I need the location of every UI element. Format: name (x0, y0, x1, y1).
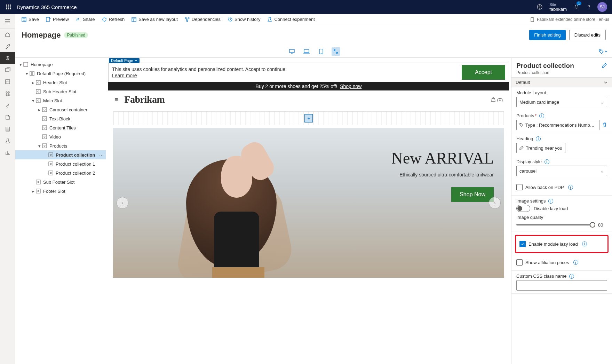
nav-rocket-icon[interactable] (0, 40, 15, 52)
help-icon[interactable] (583, 0, 595, 14)
cookie-banner: This site uses cookies for analytics and… (108, 63, 509, 82)
outline-product-collection-2[interactable]: Product collection 2 (15, 168, 106, 177)
app-launcher[interactable] (3, 5, 15, 9)
carousel-next-button[interactable]: › (489, 197, 501, 209)
nav-experiments-icon[interactable] (0, 135, 15, 147)
nav-media-icon[interactable] (0, 100, 15, 111)
module-layout-label: Module Layout (516, 90, 607, 95)
nav-templates-icon[interactable] (0, 76, 15, 88)
globe-icon[interactable] (533, 0, 546, 14)
custom-css-input[interactable] (516, 280, 607, 291)
outline-root[interactable]: ▾Homepage (15, 60, 106, 69)
cmd-history[interactable]: Show history (224, 14, 264, 25)
user-avatar[interactable]: SJ (597, 2, 607, 12)
finish-editing-button[interactable]: Finish editing (529, 30, 566, 40)
nav-layouts-icon[interactable] (0, 88, 15, 100)
discard-edits-button[interactable]: Discard edits (569, 30, 606, 40)
svg-point-47 (44, 145, 45, 147)
bag-count: (0) (497, 97, 503, 102)
cmd-share[interactable]: Share (72, 14, 98, 25)
add-module-button[interactable]: ＋ (304, 114, 313, 122)
svg-rect-4 (8, 7, 9, 8)
outline-product-collection-1[interactable]: Product collection 1 (15, 159, 106, 168)
add-module-slot[interactable]: ＋ (113, 111, 504, 125)
display-style-select[interactable]: carousel ⌄ (516, 166, 607, 176)
left-nav (0, 14, 15, 364)
custom-css-label: Custom CSS class name i (516, 274, 607, 279)
enable-module-lazy-load-checkbox[interactable]: ✓ Enable module lazy load i (519, 239, 604, 249)
properties-panel: Product collection Product collection De… (511, 58, 612, 364)
svg-rect-8 (10, 8, 11, 9)
chevron-down-icon (604, 50, 608, 53)
outline-header-slot[interactable]: ▸Header Slot (15, 78, 106, 87)
properties-edit-icon[interactable] (602, 63, 607, 69)
products-selector[interactable]: Type : Recommendations Number of... (516, 120, 599, 130)
outline-product-collection[interactable]: Product collection⋯ (15, 150, 106, 159)
svg-point-35 (38, 91, 39, 92)
products-delete-icon[interactable] (602, 122, 607, 128)
show-affiliation-prices-checkbox[interactable]: Show affiliation prices i (516, 257, 607, 268)
svg-point-53 (50, 172, 51, 174)
carousel-prev-button[interactable]: ‹ (117, 197, 128, 209)
cmd-save-as-layout[interactable]: Save as new layout (128, 14, 181, 25)
nav-hamburger[interactable] (0, 14, 15, 29)
info-icon: i (536, 136, 541, 141)
outline-default-page[interactable]: ▾Default Page (Required) (15, 69, 106, 78)
canvas-mode-toggle[interactable] (599, 49, 608, 54)
site-picker[interactable]: Site fabrikam (549, 2, 567, 11)
device-desktop-icon[interactable] (288, 47, 296, 56)
hero-shop-now-button[interactable]: Shop Now (451, 187, 494, 202)
hero-carousel: New ARRIVAL Ethically sourced ultra-comf… (113, 128, 504, 278)
shopping-bag[interactable]: (0) (491, 97, 503, 102)
outline-main-slot[interactable]: ▾Main Slot (15, 96, 106, 105)
page-title-row: Homepage Published Finish editing Discar… (15, 25, 612, 45)
nav-analytics-icon[interactable] (0, 147, 15, 159)
svg-point-15 (6, 94, 7, 96)
outline-row-more-icon[interactable]: ⋯ (99, 152, 104, 158)
nav-pages-icon[interactable] (0, 52, 15, 64)
cookie-learn-more-link[interactable]: Learn more (112, 73, 137, 78)
outline-footer-slot[interactable]: ▸Footer Slot (15, 187, 106, 196)
cmd-refresh-label: Refresh (109, 17, 125, 22)
cmd-experiment[interactable]: Connect experiment (264, 14, 318, 25)
device-fullscreen-icon[interactable] (332, 47, 340, 56)
disable-lazy-load-toggle[interactable] (516, 205, 530, 212)
device-laptop-icon[interactable] (302, 47, 311, 56)
site-picker-value: fabrikam (549, 7, 567, 11)
nav-urls-icon[interactable] (0, 111, 15, 123)
cookie-accept-button[interactable]: Accept (462, 65, 505, 80)
outline-text-block[interactable]: Text-Block (15, 114, 106, 123)
info-icon: i (573, 260, 578, 265)
module-layout-select[interactable]: Medium card image ⌄ (516, 97, 607, 107)
heading-edit-button[interactable]: Trending near you (516, 143, 565, 153)
hero-title: New ARRIVAL (391, 149, 494, 167)
svg-point-22 (186, 20, 188, 22)
svg-rect-7 (8, 8, 9, 9)
cmd-refresh[interactable]: Refresh (98, 14, 128, 25)
context-store[interactable]: Fabrikam extended online store · en-us (530, 17, 609, 22)
svg-point-16 (8, 94, 9, 96)
canvas-page-tag[interactable]: Default Page (109, 58, 140, 63)
nav-library-icon[interactable] (0, 123, 15, 135)
outline-carousel[interactable]: ▸Carousel container (15, 105, 106, 114)
cmd-dependencies[interactable]: Dependencies (181, 14, 224, 25)
nav-home-icon[interactable] (0, 29, 15, 40)
device-tablet-icon[interactable] (317, 47, 325, 56)
outline-products[interactable]: ▾Products (15, 141, 106, 150)
svg-point-10 (7, 57, 8, 59)
command-bar: Save Preview Share Refresh Save as new l… (15, 14, 612, 25)
image-quality-slider[interactable]: 80 (516, 221, 607, 228)
storefront-menu-icon[interactable]: ≡ (114, 96, 118, 103)
promo-shop-now-link[interactable]: Shop now (340, 84, 361, 89)
accordion-default[interactable]: Default (511, 77, 612, 87)
cmd-preview[interactable]: Preview (42, 14, 72, 25)
allow-back-on-pdp-checkbox[interactable]: Allow back on PDP i (516, 182, 607, 192)
cmd-save[interactable]: Save (18, 14, 42, 25)
svg-point-51 (50, 163, 51, 165)
outline-sub-header-slot[interactable]: Sub Header Slot (15, 87, 106, 96)
outline-sub-footer-slot[interactable]: Sub Footer Slot (15, 177, 106, 187)
notifications-icon[interactable]: 1 (570, 0, 583, 14)
nav-fragments-icon[interactable] (0, 64, 15, 76)
outline-video[interactable]: Video (15, 132, 106, 141)
outline-content-tiles[interactable]: Content Tiles (15, 123, 106, 132)
